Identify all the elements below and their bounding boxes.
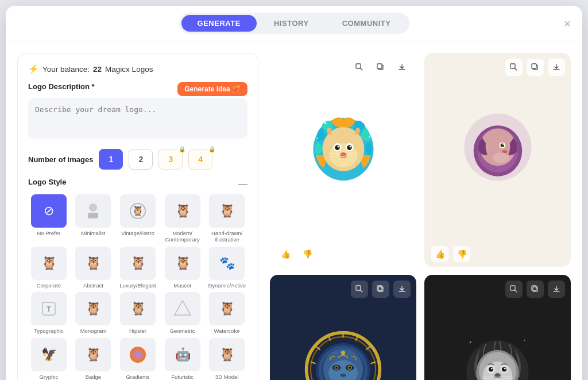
num-option-3[interactable]: 3 🔒 xyxy=(158,149,183,170)
style-label-modern: Modern/ Contemporary xyxy=(165,230,199,243)
style-label-badge: Badge xyxy=(86,374,101,380)
svg-marker-15 xyxy=(175,301,191,315)
svg-point-84 xyxy=(524,340,525,341)
svg-point-55 xyxy=(492,152,509,163)
svg-point-52 xyxy=(500,144,504,148)
style-luxury[interactable]: 🦉 Luxury/Elegant xyxy=(117,247,158,289)
style-minimalist[interactable]: Minimalist xyxy=(73,194,114,243)
balance-prefix: Your balance: xyxy=(42,65,90,74)
style-badge[interactable]: 🦉 Badge xyxy=(73,338,114,380)
svg-text:🦉: 🦉 xyxy=(219,347,235,362)
num-option-1[interactable]: 1 xyxy=(99,149,123,170)
svg-text:🤖: 🤖 xyxy=(175,347,191,362)
svg-point-30 xyxy=(335,145,339,150)
style-label-minimalist: Minimalist xyxy=(81,230,105,236)
tab-community[interactable]: COMMUNITY xyxy=(326,15,407,32)
image-card-2: 👍 👎 xyxy=(424,53,571,267)
style-futuristic[interactable]: 🤖 Futuristic xyxy=(162,338,203,380)
logo-style-section: Logo Style — ⊘ No Prefer xyxy=(28,178,247,380)
balance-row: ⚡ Your balance: 22 Magicx Logos xyxy=(28,64,247,74)
style-modern[interactable]: 🦉 Modern/ Contemporary xyxy=(162,194,203,243)
logo-desc-input[interactable] xyxy=(28,98,247,139)
close-button[interactable]: × xyxy=(564,18,571,29)
style-label-typographic: Typographic xyxy=(34,328,64,334)
style-vintage[interactable]: 🦉 Vintage/Retro xyxy=(117,194,158,243)
logo-style-collapse[interactable]: — xyxy=(238,179,247,189)
svg-rect-45 xyxy=(532,64,536,68)
img2-zoom-btn[interactable] xyxy=(505,59,523,76)
svg-point-42 xyxy=(316,137,318,139)
svg-text:🦉: 🦉 xyxy=(86,301,102,316)
logo-style-label: Logo Style xyxy=(28,178,66,186)
style-label-no-prefer: No Prefer xyxy=(37,230,60,236)
num-option-4[interactable]: 4 🔒 xyxy=(188,149,212,170)
style-corporate[interactable]: 🦉 Corporate xyxy=(28,247,69,289)
img1-zoom-btn[interactable] xyxy=(351,59,368,76)
img4-zoom-btn[interactable] xyxy=(505,281,523,298)
style-gradients[interactable]: Gradients xyxy=(117,338,158,380)
num-images-section: Number of images 1 2 3 🔒 4 🔒 xyxy=(28,149,247,170)
style-label-monogram: Monogram xyxy=(80,328,106,334)
style-label-luxury: Luxury/Elegant xyxy=(119,282,156,289)
image-card-3: 👍 👎 xyxy=(270,275,416,380)
img3-copy-btn[interactable] xyxy=(372,281,389,298)
svg-text:🦉: 🦉 xyxy=(41,255,57,271)
style-grid: ⊘ No Prefer Minimalist 🦉 xyxy=(28,194,247,380)
img1-thumbdown-btn[interactable]: 👎 xyxy=(299,246,316,262)
img2-thumbup-btn[interactable]: 👍 xyxy=(431,246,448,262)
style-monogram[interactable]: 🦉 Monogram xyxy=(73,292,114,334)
style-abstract[interactable]: 🦉 Abstract xyxy=(73,247,114,289)
svg-point-93 xyxy=(489,367,493,372)
style-gryphic[interactable]: 🦅 Gryphic xyxy=(28,338,69,380)
style-label-corporate: Corporate xyxy=(37,282,61,289)
svg-rect-24 xyxy=(377,64,382,68)
style-hipster[interactable]: 🦉 Hipster xyxy=(117,292,158,334)
style-geometric[interactable]: Geometric xyxy=(162,292,203,334)
style-3dmodel[interactable]: 🦉 3D Model xyxy=(206,338,247,380)
img1-thumbup-btn[interactable]: 👍 xyxy=(277,246,294,262)
img3-zoom-btn[interactable] xyxy=(351,281,368,298)
svg-point-76 xyxy=(335,367,338,369)
style-label-abstract: Abstract xyxy=(83,282,103,289)
tab-history[interactable]: HISTORY xyxy=(258,15,325,32)
img4-actions xyxy=(505,281,565,298)
style-dynamic[interactable]: 🐾 Dynamic/Active xyxy=(206,247,247,289)
img2-thumbdown-btn[interactable]: 👎 xyxy=(453,246,470,262)
img2-copy-btn[interactable] xyxy=(527,59,544,76)
img1-download-btn[interactable] xyxy=(393,59,411,76)
img3-download-btn[interactable] xyxy=(393,281,411,298)
generate-idea-button[interactable]: Generate idea 🪄 xyxy=(177,82,247,96)
style-label-gryphic: Gryphic xyxy=(39,374,58,380)
svg-text:🦉: 🦉 xyxy=(132,205,144,216)
svg-point-96 xyxy=(504,368,506,370)
style-label-mascot: Mascot xyxy=(173,282,191,289)
style-no-prefer[interactable]: ⊘ No Prefer xyxy=(28,194,69,243)
style-label-vintage: Vintage/Retro xyxy=(121,230,154,236)
svg-point-94 xyxy=(502,367,506,372)
svg-point-0 xyxy=(89,204,97,212)
svg-point-40 xyxy=(362,121,363,123)
style-watercolor[interactable]: 🦉 Watercolor xyxy=(206,292,247,334)
image-card-4: 👍 👎 xyxy=(424,275,571,380)
img2-download-btn[interactable] xyxy=(548,59,565,76)
svg-text:🦉: 🦉 xyxy=(86,255,102,271)
svg-rect-1 xyxy=(88,213,98,218)
num-images-label: Number of images xyxy=(28,155,93,164)
image-card-1: 👍 👎 xyxy=(270,53,416,267)
svg-rect-58 xyxy=(377,286,382,290)
style-label-gradients: Gradients xyxy=(126,374,149,380)
img1-copy-btn[interactable] xyxy=(372,59,389,76)
style-mascot[interactable]: 🦉 Mascot xyxy=(162,247,203,289)
balance-count: 22 xyxy=(93,65,102,74)
img1-actions xyxy=(351,59,411,76)
img4-copy-btn[interactable] xyxy=(527,281,544,298)
style-handdrawn[interactable]: 🦉 Hand-drawn/ Illustrative xyxy=(206,194,247,243)
img4-download-btn[interactable] xyxy=(548,281,565,298)
tab-generate[interactable]: GENERATE xyxy=(181,15,257,32)
nav-tabs: GENERATE HISTORY COMMUNITY xyxy=(179,13,409,34)
svg-point-39 xyxy=(324,122,326,124)
svg-point-77 xyxy=(349,367,351,369)
num-option-2[interactable]: 2 xyxy=(129,149,153,170)
style-typographic[interactable]: T Typographic xyxy=(28,292,69,334)
svg-text:🦉: 🦉 xyxy=(219,301,235,316)
